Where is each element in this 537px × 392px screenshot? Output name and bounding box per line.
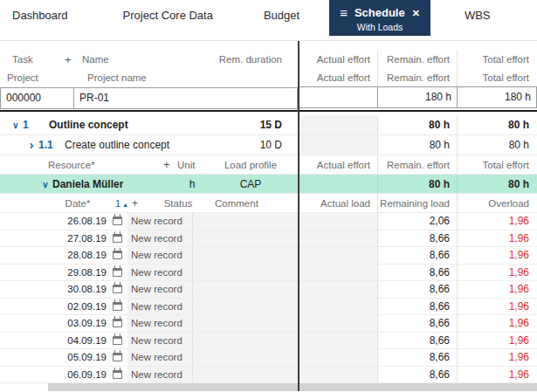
resource-load-profile: CAP: [212, 178, 298, 190]
load-row[interactable]: 02.09.19 New record 8,66 1,96: [0, 299, 537, 316]
load-date[interactable]: 05.09.19: [48, 352, 107, 362]
collapse-resource-icon[interactable]: [38, 178, 52, 190]
load-comment[interactable]: [192, 265, 298, 281]
load-comment[interactable]: [192, 213, 298, 230]
load-row[interactable]: 26.08.19 New record 2,06 1,96: [0, 213, 537, 230]
remaining-load-cell[interactable]: 8,66: [377, 367, 457, 383]
close-tab-icon[interactable]: [412, 6, 420, 19]
load-row[interactable]: 04.09.19 New record 8,66 1,96: [0, 333, 537, 350]
effort-header-row: Task + Name Rem. duration Actual effort …: [0, 50, 537, 69]
project-id-field[interactable]: 000000: [0, 87, 74, 109]
load-comment[interactable]: [192, 281, 298, 298]
resource-row[interactable]: Daniela Müller h CAP 80 h 80 h: [0, 175, 537, 194]
load-date[interactable]: 02.09.19: [48, 301, 107, 312]
remaining-load-cell[interactable]: 8,66: [377, 315, 457, 332]
collapse-task-icon[interactable]: [9, 119, 23, 131]
actual-load-cell[interactable]: [298, 247, 377, 264]
calendar-icon[interactable]: [107, 234, 127, 243]
calendar-icon[interactable]: [107, 319, 127, 327]
resource-unit: h: [172, 178, 212, 190]
load-date[interactable]: 27.08.19: [48, 233, 107, 244]
col-header-remain-effort-3: Remain. effort: [377, 155, 457, 174]
calendar-icon[interactable]: [107, 251, 127, 259]
calendar-icon[interactable]: [107, 336, 127, 345]
project-header-row: Project Project name Actual effort Remai…: [0, 69, 537, 86]
remaining-load-cell[interactable]: 8,66: [377, 265, 457, 281]
col-header-task: Task: [0, 54, 65, 65]
expand-task-icon[interactable]: [24, 138, 38, 152]
col-header-project: Project: [0, 72, 87, 83]
load-date[interactable]: 26.08.19: [48, 216, 107, 226]
task-row[interactable]: 1 Outline concept 15 D 80 h 80 h: [0, 115, 537, 135]
tab-dashboard[interactable]: Dashboard: [0, 0, 80, 31]
actual-load-cell[interactable]: [298, 315, 377, 332]
calendar-icon[interactable]: [107, 268, 127, 277]
calendar-icon[interactable]: [107, 370, 127, 379]
load-row[interactable]: 28.08.19 New record 8,66 1,96: [0, 247, 537, 265]
remaining-load-cell[interactable]: 2,06: [377, 213, 457, 230]
load-date[interactable]: 30.08.19: [48, 284, 107, 294]
tab-wbs[interactable]: WBS: [452, 0, 503, 31]
project-remain-effort-field[interactable]: 180 h: [377, 86, 458, 108]
sort-control[interactable]: 1 +: [107, 197, 146, 210]
load-comment[interactable]: [192, 315, 298, 332]
remaining-load-cell[interactable]: 8,66: [377, 230, 457, 247]
load-date[interactable]: 06.09.19: [48, 369, 107, 380]
project-actual-effort-field[interactable]: [298, 86, 378, 108]
tab-project-core-data[interactable]: Project Core Data: [111, 0, 225, 31]
calendar-icon[interactable]: [107, 302, 127, 311]
load-date[interactable]: 04.09.19: [48, 335, 107, 346]
actual-load-cell[interactable]: [298, 230, 377, 247]
add-load-button[interactable]: +: [132, 197, 138, 210]
project-total-effort-field[interactable]: 180 h: [457, 86, 537, 108]
load-date[interactable]: 28.08.19: [48, 250, 107, 260]
add-resource-button[interactable]: +: [163, 158, 177, 171]
remaining-load-cell[interactable]: 8,66: [377, 247, 457, 264]
load-date[interactable]: 29.08.19: [48, 267, 107, 278]
remaining-load-cell[interactable]: 8,66: [377, 299, 457, 315]
resource-remain-effort: 80 h: [377, 175, 457, 193]
actual-load-cell[interactable]: [298, 349, 377, 366]
col-header-total-effort: Total effort: [457, 50, 536, 69]
remaining-load-cell[interactable]: 8,66: [377, 281, 457, 298]
col-header-actual-load: Actual load: [298, 194, 377, 212]
load-comment[interactable]: [192, 230, 298, 247]
load-row[interactable]: 30.08.19 New record 8,66 1,96: [0, 281, 537, 299]
load-comment[interactable]: [192, 299, 298, 315]
col-header-comment: Comment: [210, 198, 298, 209]
actual-load-cell[interactable]: [298, 367, 377, 383]
task-rem-duration: 15 D: [195, 119, 298, 131]
add-task-button[interactable]: +: [65, 53, 82, 66]
load-comment[interactable]: [192, 367, 298, 383]
actual-load-cell[interactable]: [298, 299, 377, 315]
load-row[interactable]: 05.09.19 New record 8,66 1,96: [0, 349, 537, 367]
calendar-icon[interactable]: [107, 285, 127, 293]
load-row[interactable]: 27.08.19 New record 8,66 1,96: [0, 230, 537, 248]
load-comment[interactable]: [192, 247, 298, 264]
tab-schedule[interactable]: Schedule With Loads: [329, 0, 430, 36]
tab-schedule-label: Schedule: [355, 6, 405, 19]
calendar-icon[interactable]: [107, 353, 127, 361]
load-row[interactable]: 03.09.19 New record 8,66 1,96: [0, 315, 537, 333]
remaining-load-cell[interactable]: 8,66: [377, 333, 457, 349]
tab-budget[interactable]: Budget: [251, 0, 312, 31]
actual-load-cell[interactable]: [298, 265, 377, 281]
load-comment[interactable]: [192, 349, 298, 366]
tab-schedule-subtitle: With Loads: [357, 22, 403, 32]
actual-load-cell[interactable]: [298, 213, 377, 230]
horizontal-scrollbar[interactable]: [48, 383, 537, 391]
subtask-row[interactable]: 1.1 Create outline concept 10 D 80 h 80 …: [0, 135, 537, 155]
sort-ascending-icon[interactable]: [122, 198, 128, 209]
menu-icon[interactable]: [340, 5, 348, 20]
actual-load-cell[interactable]: [298, 281, 377, 298]
col-header-remain-effort-2: Remain. effort: [377, 69, 457, 86]
load-row[interactable]: 29.08.19 New record 8,66 1,96: [0, 265, 537, 282]
actual-load-cell[interactable]: [298, 333, 377, 349]
overload-cell: 1,96: [457, 349, 536, 366]
project-name-field[interactable]: PR-01: [73, 87, 298, 109]
load-row[interactable]: 06.09.19 New record 8,66 1,96: [0, 367, 537, 384]
remaining-load-cell[interactable]: 8,66: [377, 349, 457, 366]
load-date[interactable]: 03.09.19: [48, 318, 107, 328]
calendar-icon[interactable]: [107, 217, 127, 225]
load-comment[interactable]: [192, 333, 298, 349]
